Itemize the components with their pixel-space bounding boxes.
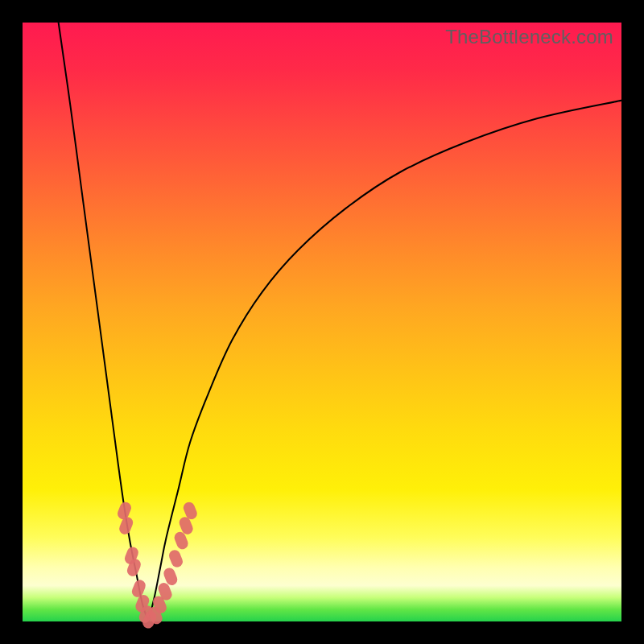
right-branch-path (148, 101, 621, 621)
marker-group (116, 501, 199, 630)
plot-area: TheBottleneck.com (23, 23, 621, 621)
bottleneck-curve-svg (23, 23, 621, 621)
left-branch-path (59, 23, 149, 621)
curve-group (59, 23, 621, 621)
chart-frame: TheBottleneck.com (0, 0, 644, 644)
right-band-markers-marker (167, 548, 184, 569)
